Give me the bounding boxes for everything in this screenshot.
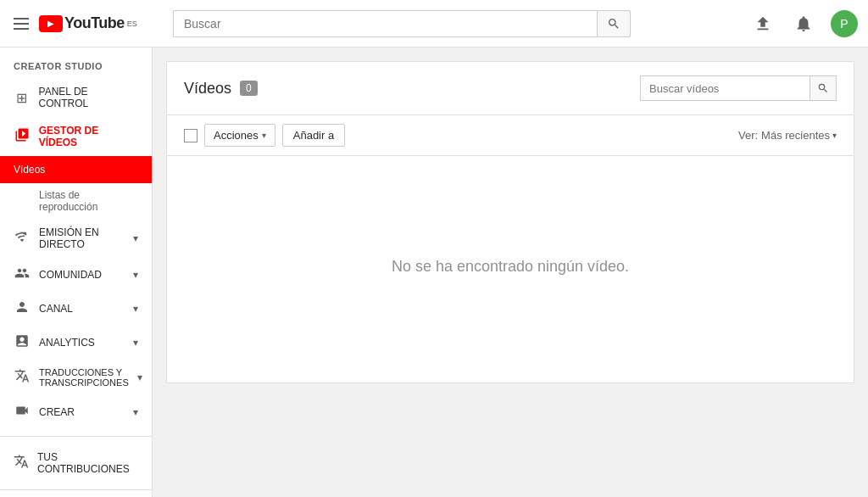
create-icon bbox=[14, 403, 31, 422]
videos-count-badge: 0 bbox=[240, 81, 258, 96]
community-label: COMUNIDAD bbox=[39, 269, 102, 281]
panel-icon: ⊞ bbox=[14, 90, 31, 106]
videos-label: Vídeos bbox=[14, 164, 45, 176]
divider bbox=[0, 436, 152, 437]
avatar[interactable]: P bbox=[831, 10, 858, 37]
sidebar-item-videos[interactable]: Vídeos bbox=[0, 156, 152, 183]
layout: CREATOR STUDIO ⊞ PANEL DE CONTROL GESTOR… bbox=[0, 47, 868, 497]
panel-label: PANEL DE CONTROL bbox=[39, 86, 138, 109]
channel-icon bbox=[14, 299, 31, 318]
youtube-logo[interactable]: YouTubeES bbox=[39, 14, 137, 32]
topbar-left: YouTubeES bbox=[10, 14, 163, 33]
contributions-icon bbox=[14, 454, 29, 472]
content-header: Vídeos 0 bbox=[167, 62, 854, 115]
sidebar-item-gestor[interactable]: GESTOR DE VÍDEOS bbox=[0, 117, 152, 156]
gestor-icon bbox=[14, 127, 31, 146]
gestor-label-text: GESTOR DE VÍDEOS bbox=[39, 125, 138, 148]
divider2 bbox=[0, 489, 152, 490]
translations-label: TRADUCCIONES Y TRANSCRIPCIONES bbox=[39, 367, 129, 388]
empty-message: No se ha encontrado ningún vídeo. bbox=[392, 258, 629, 276]
sidebar-item-analytics[interactable]: ANALYTICS ▾ bbox=[0, 326, 152, 360]
videos-title-text: Vídeos bbox=[184, 80, 231, 98]
sidebar-item-community[interactable]: COMUNIDAD ▾ bbox=[0, 258, 152, 292]
sidebar-item-translations[interactable]: TRADUCCIONES Y TRANSCRIPCIONES ▾ bbox=[0, 360, 152, 395]
search-videos-input[interactable] bbox=[640, 75, 810, 101]
chevron-down-icon: ▾ bbox=[133, 232, 138, 244]
search-bar bbox=[173, 10, 631, 37]
sidebar-item-playlists[interactable]: Listas de reproducción bbox=[0, 183, 152, 219]
live-label: EMISIÓN EN DIRECTO bbox=[39, 226, 125, 250]
search-videos bbox=[640, 75, 837, 101]
videos-title: Vídeos 0 bbox=[184, 80, 258, 98]
contributions-label: TUS CONTRIBUCIONES bbox=[37, 451, 138, 475]
actions-chevron-icon: ▾ bbox=[262, 131, 266, 140]
channel-label: CANAL bbox=[39, 303, 73, 315]
chevron-down-icon: ▾ bbox=[133, 269, 138, 281]
chevron-down-icon: ▾ bbox=[133, 406, 138, 418]
recientes-chevron-icon: ▾ bbox=[832, 131, 837, 140]
yt-logo-lang: ES bbox=[127, 20, 137, 28]
ver-label: Ver: bbox=[738, 129, 758, 142]
sidebar-item-panel[interactable]: ⊞ PANEL DE CONTROL bbox=[0, 78, 152, 117]
chevron-down-icon: ▾ bbox=[133, 303, 138, 315]
sidebar-item-contributions[interactable]: TUS CONTRIBUCIONES bbox=[0, 444, 152, 483]
yt-logo-text: YouTube bbox=[64, 14, 125, 32]
chevron-down-icon: ▾ bbox=[137, 371, 142, 383]
empty-state: No se ha encontrado ningún vídeo. bbox=[167, 156, 854, 377]
main-content: Vídeos 0 Acciones ▾ Añadir a bbox=[153, 47, 868, 497]
yt-logo-icon bbox=[39, 15, 63, 32]
sidebar-item-channel[interactable]: CANAL ▾ bbox=[0, 292, 152, 326]
recientes-label: Más recientes bbox=[761, 129, 830, 142]
search-videos-icon bbox=[817, 82, 829, 94]
sidebar: CREATOR STUDIO ⊞ PANEL DE CONTROL GESTOR… bbox=[0, 47, 153, 497]
translations-icon bbox=[14, 368, 31, 387]
topbar-right: P bbox=[749, 10, 858, 37]
toolbar-right: Ver: Más recientes ▾ bbox=[738, 129, 837, 142]
search-icon bbox=[607, 17, 620, 31]
playlists-label: Listas de reproducción bbox=[39, 189, 97, 213]
actions-label: Acciones bbox=[214, 129, 259, 142]
hamburger-icon[interactable] bbox=[10, 14, 32, 33]
topbar: YouTubeES P bbox=[0, 0, 868, 47]
select-all-checkbox[interactable] bbox=[184, 129, 198, 142]
add-to-button[interactable]: Añadir a bbox=[282, 124, 345, 147]
search-input[interactable] bbox=[173, 10, 597, 37]
recientes-button[interactable]: Más recientes ▾ bbox=[761, 129, 837, 142]
actions-button[interactable]: Acciones ▾ bbox=[204, 124, 275, 147]
creator-studio-label: CREATOR STUDIO bbox=[0, 47, 152, 78]
notification-icon[interactable] bbox=[790, 10, 817, 37]
community-icon bbox=[14, 265, 31, 284]
content-card: Vídeos 0 Acciones ▾ Añadir a bbox=[166, 61, 854, 383]
add-label: Añadir a bbox=[293, 129, 334, 142]
chevron-down-icon: ▾ bbox=[133, 337, 138, 349]
create-label: CREAR bbox=[39, 406, 75, 418]
search-videos-button[interactable] bbox=[810, 75, 837, 101]
upload-icon[interactable] bbox=[749, 10, 776, 37]
analytics-label: ANALYTICS bbox=[39, 337, 95, 349]
live-icon bbox=[14, 229, 31, 248]
search-button[interactable] bbox=[597, 10, 631, 37]
toolbar: Acciones ▾ Añadir a Ver: Más recientes ▾ bbox=[167, 115, 854, 156]
sidebar-item-live[interactable]: EMISIÓN EN DIRECTO ▾ bbox=[0, 219, 152, 258]
analytics-icon bbox=[14, 333, 31, 352]
sidebar-item-create[interactable]: CREAR ▾ bbox=[0, 395, 152, 429]
